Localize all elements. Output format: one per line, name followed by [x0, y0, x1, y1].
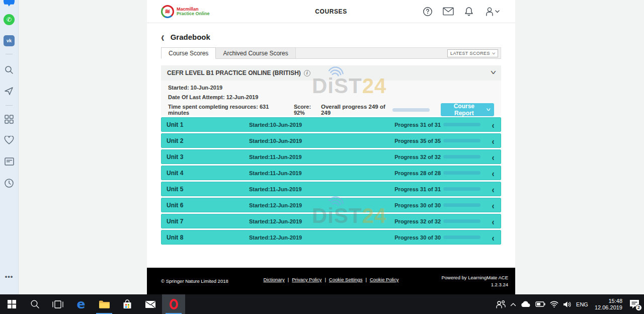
course-details: Started: 10-Jun-2019 Date Of Last Attemp… [161, 81, 501, 116]
tabstrip: Course Scores Archived Course Scores LAT… [161, 47, 501, 59]
powered-by-block: Powered by LearningMate ACE 1.2.3.24 [441, 274, 508, 288]
unit-name: Unit 7 [167, 218, 249, 225]
mail-app-icon[interactable] [139, 294, 162, 314]
course-started: Started: 10-Jun-2019 [168, 85, 494, 91]
unit-row[interactable]: Unit 4 Started:11-Jun-2019 Progress 28 o… [161, 166, 501, 180]
chevron-left-icon[interactable]: ‹ [491, 151, 496, 162]
chevron-left-icon[interactable]: ‹ [491, 184, 496, 194]
unit-name: Unit 4 [167, 170, 249, 177]
language-indicator[interactable]: ENG [576, 301, 588, 307]
mail-icon[interactable] [443, 6, 454, 17]
chevron-down-icon: ˅ [492, 51, 496, 56]
tab-archived-course-scores[interactable]: Archived Course Scores [216, 48, 295, 58]
sidebar-more-icon[interactable]: ••• [4, 271, 15, 282]
account-icon[interactable] [484, 6, 500, 17]
help-icon[interactable] [422, 6, 433, 17]
onedrive-cloud-icon[interactable] [521, 301, 531, 307]
vk-icon[interactable]: vk [4, 35, 15, 46]
header-icons [422, 6, 500, 17]
notifications-bell-icon[interactable] [463, 6, 474, 17]
unit-started-date: Started:12-Jun-2019 [249, 218, 302, 224]
unit-name: Unit 5 [167, 186, 249, 193]
hidden-icons-chevron[interactable] [510, 302, 516, 306]
page-title: Gradebook [171, 33, 210, 41]
unit-row[interactable]: Unit 6 Started:12-Jun-2019 Progress 30 o… [161, 198, 501, 212]
file-explorer-icon[interactable] [93, 294, 116, 314]
edge-icon[interactable]: e [69, 294, 93, 314]
chevron-left-icon[interactable]: ‹ [491, 216, 496, 226]
system-tray: ENG 15:48 12.06.2019 2 [496, 294, 644, 314]
wifi-icon[interactable] [550, 301, 558, 307]
macmillan-logo[interactable]: Macmillan Practice Online [161, 5, 210, 18]
store-icon[interactable] [116, 294, 139, 314]
taskbar-clock[interactable]: 15:48 12.06.2019 [595, 298, 622, 311]
course-report-button[interactable]: Course Report ˅ [441, 103, 494, 116]
unit-name: Unit 2 [167, 137, 249, 144]
browser-page: Macmillan Practice Online COURSES [19, 0, 644, 294]
course-stats-row: Time spent completing resources: 631 min… [168, 103, 494, 116]
unit-row[interactable]: Unit 3 Started:11-Jun-2019 Progress 32 o… [161, 149, 501, 164]
unit-progress-bar [443, 203, 480, 207]
unit-row[interactable]: Unit 7 Started:12-Jun-2019 Progress 32 o… [161, 214, 501, 228]
bookmarks-heart-icon[interactable] [4, 135, 15, 146]
footer-link-separator: | [288, 277, 289, 282]
sidebar-divider [6, 54, 13, 54]
history-clock-icon[interactable] [4, 178, 15, 189]
volume-icon[interactable] [563, 301, 572, 308]
chevron-down-icon: ˅ [486, 107, 490, 112]
taskbar-time: 15:48 [595, 298, 622, 304]
search-icon[interactable] [4, 64, 15, 75]
chevron-left-icon[interactable]: ‹ [491, 135, 496, 146]
info-icon[interactable]: i [304, 70, 310, 76]
messenger-icon[interactable] [4, 0, 15, 7]
unit-progress-label: Progress 31 of 31 [394, 122, 441, 128]
footer-link-privacy-policy[interactable]: Privacy Policy [292, 277, 321, 282]
taskbar-search-icon[interactable] [23, 294, 46, 314]
chevron-left-icon[interactable]: ‹ [491, 232, 496, 243]
windows-taskbar: e [0, 294, 644, 314]
unit-row[interactable]: Unit 5 Started:11-Jun-2019 Progress 31 o… [161, 182, 501, 196]
unit-progress-label: Progress 30 of 30 [394, 234, 441, 241]
battery-icon[interactable] [535, 301, 545, 307]
desktop-screen: ✆ vk ••• Macmi [0, 0, 644, 314]
chevron-left-icon[interactable]: ‹ [491, 119, 496, 130]
whatsapp-icon[interactable]: ✆ [4, 14, 15, 25]
footer-link-cookie-policy[interactable]: Cookie Policy [370, 277, 399, 282]
unit-progress-label: Progress 28 of 28 [394, 170, 441, 176]
gradebook-main: ‹ Gradebook Course Scores Archived Cours… [147, 23, 515, 268]
page-title-row: ‹ Gradebook [161, 31, 501, 42]
speed-dial-icon[interactable] [4, 114, 15, 125]
chevron-left-icon[interactable]: ‹ [491, 168, 496, 178]
opera-icon[interactable] [162, 294, 185, 314]
back-button[interactable]: ‹ [161, 30, 165, 43]
site-header: Macmillan Practice Online COURSES [147, 0, 515, 23]
nav-courses-link[interactable]: COURSES [315, 8, 347, 15]
footer-link-separator: | [325, 277, 326, 282]
action-center-icon[interactable]: 2 [629, 299, 641, 310]
people-icon[interactable] [496, 300, 506, 309]
chevron-down-icon[interactable]: ˅ [491, 69, 497, 76]
footer-link-cookie-settings[interactable]: Cookie Settings [329, 277, 363, 282]
unit-progress-label: Progress 32 of 32 [394, 154, 441, 160]
latest-scores-dropdown[interactable]: LATEST SCORES ˅ [447, 49, 498, 57]
tab-course-scores[interactable]: Course Scores [161, 47, 216, 59]
chevron-left-icon[interactable]: ‹ [491, 200, 496, 210]
unit-row[interactable]: Unit 2 Started:10-Jun-2019 Progress 35 o… [161, 133, 501, 148]
start-button[interactable] [0, 294, 23, 314]
news-icon[interactable] [4, 156, 15, 167]
time-spent-label: Time spent completing resources: 631 min… [168, 104, 281, 116]
site-content: Macmillan Practice Online COURSES [147, 0, 515, 294]
unit-progress-bar [443, 123, 480, 126]
my-flow-icon[interactable] [4, 86, 15, 97]
sidebar-divider [6, 105, 13, 106]
course-panel-header[interactable]: CEFR LEVEL B1 PRACTICE ONLINE (BRITISH) … [161, 65, 501, 81]
unit-row[interactable]: Unit 1 Started:10-Jun-2019 Progress 31 o… [161, 117, 501, 132]
task-view-icon[interactable] [46, 294, 69, 314]
latest-scores-label: LATEST SCORES [450, 51, 490, 56]
course-report-label: Course Report [445, 103, 483, 117]
footer-link-dictionary[interactable]: Dictionary [264, 277, 285, 282]
unit-started-date: Started:11-Jun-2019 [249, 186, 302, 192]
unit-row[interactable]: Unit 8 Started:12-Jun-2019 Progress 30 o… [161, 230, 501, 245]
course-title: CEFR LEVEL B1 PRACTICE ONLINE (BRITISH) [167, 69, 301, 76]
unit-list: Unit 1 Started:10-Jun-2019 Progress 31 o… [161, 117, 501, 245]
